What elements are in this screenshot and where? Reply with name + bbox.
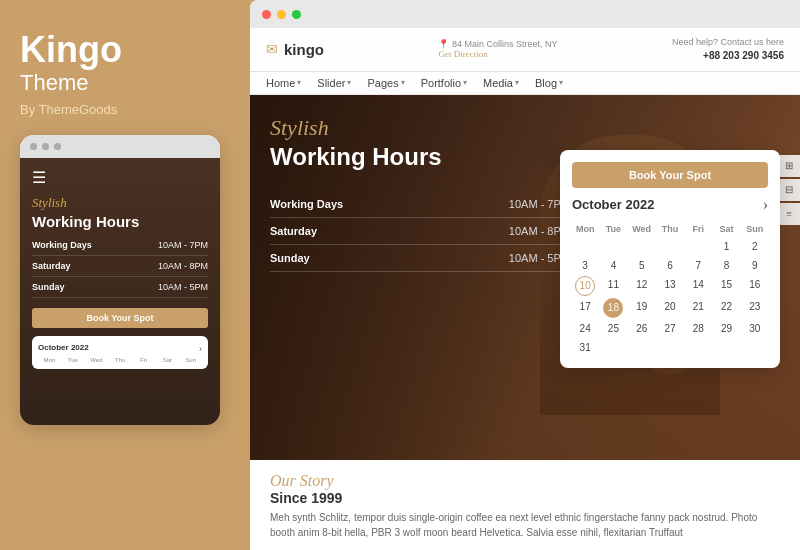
cal-d-end-5 — [713, 339, 739, 356]
hours-row-2: Saturday 10AM - 8PM — [270, 218, 570, 245]
cal-d-end-6 — [742, 339, 768, 356]
browser-dot-red[interactable] — [262, 10, 271, 19]
browser-dot-yellow[interactable] — [277, 10, 286, 19]
nav-phone: Need help? Contact us here +88 203 290 3… — [672, 36, 784, 63]
phone-cal-header: October 2022 › — [38, 342, 202, 353]
left-panel: Kingo Theme By ThemeGoods ☰ Stylish Work… — [0, 0, 250, 550]
browser-dot-green[interactable] — [292, 10, 301, 19]
cal-dh-sun: Sun — [742, 222, 768, 236]
phone-time-1: 10AM - 7PM — [158, 240, 208, 250]
nav-arrow-home: ▾ — [297, 78, 301, 87]
cal-day-25[interactable]: 25 — [600, 320, 626, 337]
side-tool-icon-1[interactable]: ⊞ — [778, 155, 800, 177]
nav-item-home[interactable]: Home ▾ — [266, 77, 301, 89]
cal-day-9[interactable]: 9 — [742, 257, 768, 274]
cal-day-4[interactable]: 4 — [600, 257, 626, 274]
nav-item-pages[interactable]: Pages ▾ — [367, 77, 404, 89]
cal-header: October 2022 › — [572, 196, 768, 214]
side-tool-icon-2[interactable]: ⊟ — [778, 179, 800, 201]
nav-arrow-media: ▾ — [515, 78, 519, 87]
cal-day-18-today[interactable]: 18 — [603, 298, 623, 318]
cal-day-8[interactable]: 8 — [713, 257, 739, 274]
phone-time-3: 10AM - 5PM — [158, 282, 208, 292]
brand-by: By ThemeGoods — [20, 102, 230, 117]
cal-day-2[interactable]: 2 — [742, 238, 768, 255]
cal-day-14[interactable]: 14 — [685, 276, 711, 296]
phone-content: ☰ Stylish Working Hours Working Days 10A… — [20, 158, 220, 425]
hours-row-1: Working Days 10AM - 7PM — [270, 191, 570, 218]
cal-d-empty-4 — [657, 238, 683, 255]
our-story-subtitle: Since 1999 — [270, 490, 780, 506]
cal-day-11[interactable]: 11 — [600, 276, 626, 296]
cal-d-empty-5 — [685, 238, 711, 255]
cal-day-28[interactable]: 28 — [685, 320, 711, 337]
cal-d-empty-2 — [600, 238, 626, 255]
brand-subtitle: Theme — [20, 70, 230, 96]
nav-menu: Home ▾ Slider ▾ Pages ▾ Portfolio ▾ Medi… — [250, 72, 800, 95]
cal-day-27[interactable]: 27 — [657, 320, 683, 337]
hours-day-3: Sunday — [270, 252, 310, 264]
cal-d-end-4 — [685, 339, 711, 356]
phone-hours-row-2: Saturday 10AM - 8PM — [32, 261, 208, 277]
nav-item-portfolio[interactable]: Portfolio ▾ — [421, 77, 467, 89]
cal-day-17[interactable]: 17 — [572, 298, 598, 318]
cal-dh-sat: Sat — [713, 222, 739, 236]
phone-mockup: ☰ Stylish Working Hours Working Days 10A… — [20, 135, 220, 425]
cal-day-7[interactable]: 7 — [685, 257, 711, 274]
cal-day-1[interactable]: 1 — [713, 238, 739, 255]
site-wrapper: ✉ kingo 📍 84 Main Collins Street, NY Get… — [250, 28, 800, 550]
cal-day-6[interactable]: 6 — [657, 257, 683, 274]
phone-day-1: Working Days — [32, 240, 92, 250]
cal-day-19[interactable]: 19 — [629, 298, 655, 318]
nav-item-blog[interactable]: Blog ▾ — [535, 77, 563, 89]
cal-book-button[interactable]: Book Your Spot — [572, 162, 768, 188]
phone-dot-3 — [54, 143, 61, 150]
cal-day-15[interactable]: 15 — [713, 276, 739, 296]
nav-address-line2[interactable]: Get Direction — [438, 49, 557, 59]
phone-hours-row-3: Sunday 10AM - 5PM — [32, 282, 208, 298]
phone-time-2: 10AM - 8PM — [158, 261, 208, 271]
phone-book-button[interactable]: Book Your Spot — [32, 308, 208, 328]
cal-day-22[interactable]: 22 — [713, 298, 739, 318]
cal-day-30[interactable]: 30 — [742, 320, 768, 337]
nav-item-media[interactable]: Media ▾ — [483, 77, 519, 89]
nav-item-slider[interactable]: Slider ▾ — [317, 77, 351, 89]
calendar-popup: Book Your Spot October 2022 › Mon Tue We… — [560, 150, 780, 368]
ph-dh-sat: Sat — [156, 357, 179, 363]
cal-day-12[interactable]: 12 — [629, 276, 655, 296]
nav-location-icon: 📍 — [438, 39, 449, 49]
cal-day-29[interactable]: 29 — [713, 320, 739, 337]
nav-logo-icon: ✉ — [266, 41, 278, 58]
browser-titlebar — [250, 0, 800, 28]
phone-hamburger-icon[interactable]: ☰ — [32, 168, 208, 187]
cal-d-empty-3 — [629, 238, 655, 255]
cal-day-24[interactable]: 24 — [572, 320, 598, 337]
cal-month-title: October 2022 — [572, 197, 654, 212]
cal-grid: Mon Tue Wed Thu Fri Sat Sun 1 2 3 4 — [572, 222, 768, 356]
cal-next-arrow-icon[interactable]: › — [763, 196, 768, 214]
phone-cal-next-icon[interactable]: › — [199, 342, 202, 353]
side-tool-icon-3[interactable]: ≡ — [778, 203, 800, 225]
cal-day-16[interactable]: 16 — [742, 276, 768, 296]
side-toolbar: ⊞ ⊟ ≡ — [778, 155, 800, 225]
cal-dh-fri: Fri — [685, 222, 711, 236]
cal-day-20[interactable]: 20 — [657, 298, 683, 318]
cal-day-21[interactable]: 21 — [685, 298, 711, 318]
nav-arrow-slider: ▾ — [347, 78, 351, 87]
cal-d-end-3 — [657, 339, 683, 356]
nav-address-line1: 84 Main Collins Street, NY — [452, 39, 558, 49]
phone-working-hours: Working Hours — [32, 213, 208, 230]
cal-day-13[interactable]: 13 — [657, 276, 683, 296]
cal-day-31[interactable]: 31 — [572, 339, 598, 356]
brand-title: Kingo — [20, 30, 230, 70]
nav-arrow-portfolio: ▾ — [463, 78, 467, 87]
cal-day-23[interactable]: 23 — [742, 298, 768, 318]
cal-day-26[interactable]: 26 — [629, 320, 655, 337]
ph-dh-fri: Fri — [132, 357, 155, 363]
cal-day-5[interactable]: 5 — [629, 257, 655, 274]
nav-arrow-blog: ▾ — [559, 78, 563, 87]
ph-dh-mon: Mon — [38, 357, 61, 363]
cal-dh-thu: Thu — [657, 222, 683, 236]
cal-day-3[interactable]: 3 — [572, 257, 598, 274]
cal-day-10[interactable]: 10 — [575, 276, 595, 296]
